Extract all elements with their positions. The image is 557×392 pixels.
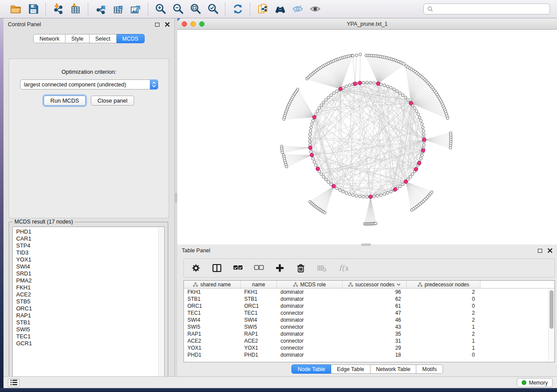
mcds-result-node[interactable]: ORC1 — [14, 305, 164, 312]
add-row-button[interactable] — [275, 263, 285, 273]
tab-select[interactable]: Select — [90, 34, 117, 43]
delete-rows-button[interactable] — [296, 263, 306, 273]
mcds-result-node[interactable]: PHD1 — [14, 228, 164, 235]
cell-MCDS-role[interactable]: connector — [277, 338, 343, 344]
hide-selected-button[interactable] — [289, 2, 306, 17]
cell-shared-name[interactable]: RAP1 — [184, 331, 241, 337]
show-columns-button[interactable] — [212, 263, 222, 273]
table-row[interactable]: SWI5SWI5connector431 — [184, 323, 554, 330]
criterion-dropdown[interactable]: largest connected component (undirected) — [20, 79, 158, 89]
mcds-result-node[interactable]: TEC1 — [14, 333, 164, 340]
table-row[interactable]: ORC1ORC1dominator610 — [184, 303, 554, 309]
export-image-button[interactable] — [127, 2, 144, 17]
cell-name[interactable]: TEC1 — [241, 310, 277, 316]
cell-shared-name[interactable]: TEC1 — [184, 310, 241, 316]
cell-MCDS-role[interactable]: dominator — [277, 331, 343, 337]
mcds-result-node[interactable]: PMA2 — [14, 277, 164, 284]
table-row[interactable]: FKH1FKH1dominator962 — [184, 289, 554, 296]
cell-name[interactable]: ACE2 — [241, 338, 277, 344]
zoom-out-button[interactable] — [169, 2, 187, 17]
import-network-button[interactable] — [49, 2, 67, 17]
cell-shared-name[interactable]: YOX1 — [184, 345, 241, 351]
export-network-button[interactable] — [92, 2, 109, 17]
mcds-result-node[interactable]: SRD1 — [14, 270, 164, 277]
cell-name[interactable]: SWI4 — [241, 317, 277, 323]
cell-shared-name[interactable]: STB1 — [184, 296, 241, 302]
column-header-successor-nodes[interactable]: successor nodes — [343, 281, 407, 288]
cell-predecessor-nodes[interactable]: 1 — [407, 324, 481, 330]
column-header-name[interactable]: name — [241, 281, 277, 288]
task-history-button[interactable] — [8, 378, 20, 387]
mcds-result-list[interactable]: PHD1CAR1STP4TID3YOX1SWI4SRD1PMA2FKH1ACE2… — [12, 227, 165, 381]
column-header-MCDS-role[interactable]: MCDS role — [277, 281, 343, 288]
cell-successor-nodes[interactable]: 46 — [343, 317, 407, 323]
cell-successor-nodes[interactable]: 96 — [343, 289, 407, 295]
cell-name[interactable]: STB1 — [241, 296, 277, 302]
export-table-button[interactable] — [109, 2, 127, 17]
cell-predecessor-nodes[interactable]: 0 — [407, 352, 481, 358]
cell-MCDS-role[interactable]: connector — [277, 310, 343, 316]
table-row[interactable]: ACE2ACE2connector311 — [184, 337, 554, 344]
mcds-result-node[interactable]: STB1 — [14, 319, 164, 326]
float-table-panel-icon[interactable] — [538, 249, 542, 253]
refresh-view-button[interactable] — [229, 2, 246, 17]
cell-MCDS-role[interactable]: connector — [277, 324, 343, 330]
cell-predecessor-nodes[interactable]: 1 — [407, 338, 481, 344]
cell-shared-name[interactable]: FKH1 — [184, 289, 241, 295]
cell-shared-name[interactable]: ACE2 — [184, 338, 241, 344]
cell-name[interactable]: RAP1 — [241, 331, 277, 337]
cell-MCDS-role[interactable]: dominator — [277, 296, 343, 302]
cell-MCDS-role[interactable]: dominator — [277, 317, 343, 323]
mcds-result-node[interactable]: FKH1 — [14, 284, 164, 291]
settings-gear-button[interactable] — [191, 263, 201, 273]
search-input[interactable] — [435, 6, 546, 12]
cell-predecessor-nodes[interactable]: 0 — [407, 303, 481, 309]
table-row[interactable]: TEC1TEC1connector472 — [184, 309, 554, 316]
table-row[interactable]: YOX1YOX1connector291 — [184, 344, 554, 351]
cell-successor-nodes[interactable]: 31 — [343, 338, 407, 344]
cell-name[interactable]: PHD1 — [241, 352, 277, 358]
cell-successor-nodes[interactable]: 43 — [343, 324, 407, 330]
memory-button[interactable]: Memory — [517, 378, 553, 387]
table-scrollbar[interactable] — [548, 289, 554, 361]
cell-successor-nodes[interactable]: 18 — [343, 352, 407, 358]
table-row[interactable]: STB1STB1dominator620 — [184, 296, 554, 303]
cell-shared-name[interactable]: SWI4 — [184, 317, 241, 323]
zoom-fit-button[interactable] — [187, 2, 204, 17]
result-list-scrollbar[interactable] — [158, 227, 164, 380]
table-tab-node-table[interactable]: Node Table — [291, 364, 331, 374]
open-file-button[interactable] — [7, 2, 24, 17]
cell-shared-name[interactable]: PHD1 — [184, 352, 241, 358]
mcds-result-node[interactable]: ACE2 — [14, 291, 164, 298]
close-panel-icon[interactable] — [165, 22, 170, 27]
cell-predecessor-nodes[interactable]: 2 — [407, 331, 481, 337]
mcds-result-node[interactable]: RAP1 — [14, 312, 164, 319]
cell-successor-nodes[interactable]: 47 — [343, 310, 407, 316]
mcds-result-node[interactable]: SWI5 — [14, 326, 164, 333]
cell-name[interactable]: SWI5 — [241, 324, 277, 330]
cell-predecessor-nodes[interactable]: 1 — [407, 345, 481, 351]
show-all-button[interactable] — [306, 2, 324, 17]
divider-handle[interactable] — [175, 193, 177, 203]
mcds-result-node[interactable]: STB5 — [14, 298, 164, 305]
cell-predecessor-nodes[interactable]: 0 — [407, 296, 481, 302]
cell-successor-nodes[interactable]: 62 — [343, 296, 407, 302]
cell-shared-name[interactable]: SWI5 — [184, 324, 241, 330]
float-panel-icon[interactable] — [155, 23, 159, 27]
find-button[interactable] — [271, 2, 289, 17]
close-panel-button[interactable]: Close panel — [91, 96, 134, 106]
table-scrollbar-thumb[interactable] — [550, 290, 554, 329]
table-tab-motifs[interactable]: Motifs — [416, 364, 443, 374]
cell-name[interactable]: FKH1 — [241, 289, 277, 295]
cell-MCDS-role[interactable]: connector — [277, 345, 343, 351]
cell-MCDS-role[interactable]: dominator — [277, 289, 343, 295]
cell-predecessor-nodes[interactable]: 2 — [407, 310, 481, 316]
cell-successor-nodes[interactable]: 35 — [343, 331, 407, 337]
zoom-selected-button[interactable] — [204, 2, 221, 17]
cell-predecessor-nodes[interactable]: 2 — [407, 317, 481, 323]
table-row[interactable]: SWI4SWI4dominator462 — [184, 316, 554, 323]
deselect-all-checkboxes-button[interactable] — [254, 263, 264, 273]
zoom-in-button[interactable] — [152, 2, 169, 17]
search-field[interactable] — [423, 3, 550, 14]
clone-network-button[interactable] — [254, 2, 271, 17]
